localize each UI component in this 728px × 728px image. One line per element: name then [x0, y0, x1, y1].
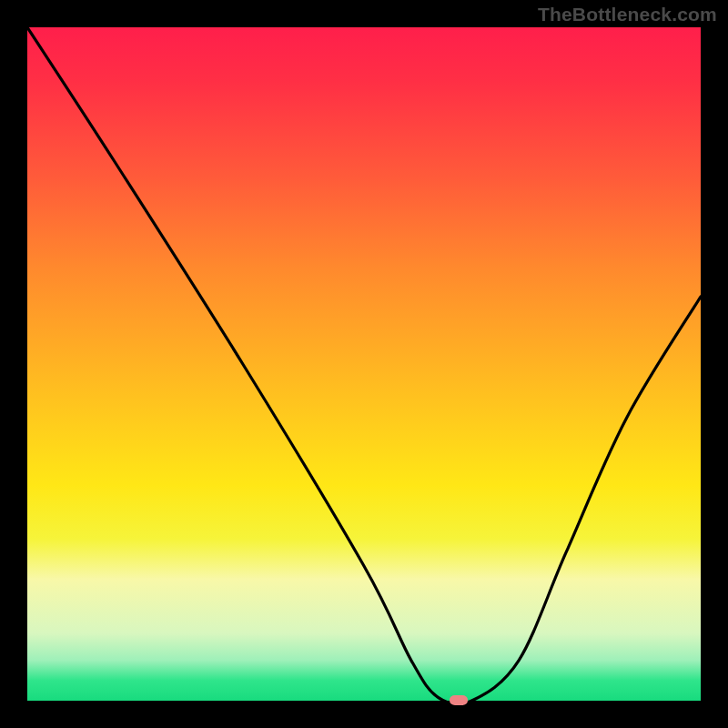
bottleneck-curve — [27, 27, 701, 701]
optimal-point-marker — [450, 695, 468, 705]
plot-area — [27, 27, 701, 701]
watermark-text: TheBottleneck.com — [538, 4, 717, 25]
chart-frame: TheBottleneck.com — [0, 0, 728, 728]
